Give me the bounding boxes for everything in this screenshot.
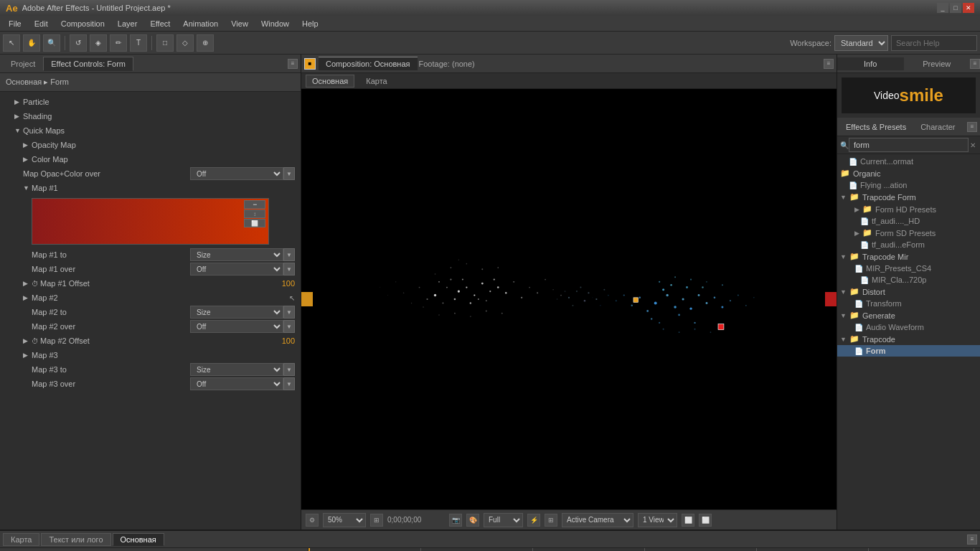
quick-maps-section[interactable]: ▼ Quick Maps bbox=[0, 123, 301, 138]
panel-menu-button[interactable]: ≡ bbox=[288, 59, 298, 69]
comp-settings-icon[interactable]: ⚙ bbox=[306, 514, 319, 527]
map-opac-arrow[interactable]: ▼ bbox=[283, 167, 295, 180]
map-opac-select[interactable]: Off bbox=[190, 167, 283, 180]
map3-to-row[interactable]: Map #3 to Size ▼ bbox=[0, 362, 301, 377]
ep-tf-audi-hd[interactable]: 📄 tf_audi...._HD bbox=[837, 215, 980, 227]
tl-tab-main[interactable]: Основная bbox=[113, 533, 164, 546]
minimize-button[interactable]: _ bbox=[937, 3, 948, 13]
map3-over-select[interactable]: Off bbox=[190, 377, 283, 390]
map1-to-arrow[interactable]: ▼ bbox=[283, 248, 295, 261]
grid-icon[interactable]: ⊞ bbox=[545, 514, 557, 527]
ep-distort-folder[interactable]: ▼ 📁 Distort bbox=[837, 286, 980, 298]
ep-mir-cs4[interactable]: 📄 MIR_Presets_CS4 bbox=[837, 263, 980, 274]
window-controls[interactable]: _ □ ✕ bbox=[937, 3, 974, 13]
brush-tool[interactable]: ◈ bbox=[90, 34, 107, 52]
opacity-map-row[interactable]: ▶ Opacity Map bbox=[0, 138, 301, 152]
menu-edit[interactable]: Edit bbox=[29, 18, 54, 29]
map3-to-arrow[interactable]: ▼ bbox=[283, 363, 295, 376]
map2-section[interactable]: ▶ Map #2 ↖ bbox=[0, 291, 301, 305]
comp-view-main[interactable]: Основная bbox=[306, 75, 354, 88]
comp-fit-icon[interactable]: ⊞ bbox=[370, 514, 383, 527]
shape-tool[interactable]: □ bbox=[156, 34, 174, 52]
tab-preview[interactable]: Preview bbox=[904, 57, 971, 70]
ep-flying-ation[interactable]: 📄 Flying ...ation bbox=[837, 179, 980, 191]
ep-character-tab[interactable]: Character bbox=[915, 121, 961, 133]
snapshot-icon[interactable]: 📷 bbox=[449, 514, 462, 527]
close-button[interactable]: ✕ bbox=[963, 3, 974, 13]
ep-effects-tab[interactable]: Effects & Presets bbox=[840, 121, 912, 133]
comp-panel-menu[interactable]: ≡ bbox=[824, 59, 834, 69]
shading-section[interactable]: ▶ Shading bbox=[0, 109, 301, 123]
map2-to-arrow[interactable]: ▼ bbox=[283, 306, 295, 319]
camera-select[interactable]: Active Camera bbox=[562, 513, 633, 527]
map1-over-arrow[interactable]: ▼ bbox=[283, 263, 295, 276]
tab-project[interactable]: Project bbox=[3, 57, 43, 71]
resolution-select[interactable]: Full bbox=[484, 513, 523, 527]
map1-over-row[interactable]: Map #1 over Off ▼ bbox=[0, 262, 301, 276]
menu-window[interactable]: Window bbox=[255, 18, 295, 29]
ep-mir-cla[interactable]: 📄 MIR_Cla...720p bbox=[837, 274, 980, 286]
tab-info[interactable]: Info bbox=[837, 57, 904, 70]
select-tool[interactable]: ↖ bbox=[3, 34, 20, 52]
map1-section[interactable]: ▼ Map #1 bbox=[0, 181, 301, 195]
ep-search-input[interactable] bbox=[849, 138, 969, 152]
map3-section[interactable]: ▶ Map #3 bbox=[0, 348, 301, 362]
ep-generate-folder[interactable]: ▼ 📁 Generate bbox=[837, 309, 980, 321]
rotate-tool[interactable]: ↺ bbox=[70, 34, 87, 52]
particle-section[interactable]: ▶ Particle bbox=[0, 95, 301, 109]
clone-tool[interactable]: ⊕ bbox=[197, 34, 214, 52]
zoom-select[interactable]: 50% bbox=[323, 513, 366, 527]
view-select[interactable]: 1 View bbox=[638, 513, 677, 527]
ep-tf-audi-eform[interactable]: 📄 tf_audi...eForm bbox=[837, 239, 980, 250]
ep-trapcode-form-folder[interactable]: ▼ 📁 Trapcode Form bbox=[837, 191, 980, 203]
search-input[interactable] bbox=[891, 35, 977, 51]
color-map-row[interactable]: ▶ Color Map bbox=[0, 152, 301, 166]
comp-region-icon[interactable]: ⬜ bbox=[699, 514, 712, 527]
menu-animation[interactable]: Animation bbox=[177, 18, 224, 29]
hand-tool[interactable]: ✋ bbox=[23, 34, 40, 52]
map2-to-row[interactable]: Map #2 to Size ▼ bbox=[0, 305, 301, 319]
tl-tab-text[interactable]: Текст или лого bbox=[41, 533, 110, 546]
ep-menu-btn[interactable]: ≡ bbox=[967, 122, 977, 132]
comp-flow-icon[interactable]: ⬜ bbox=[682, 514, 694, 527]
ep-transform[interactable]: 📄 Transform bbox=[837, 298, 980, 309]
playhead[interactable] bbox=[308, 548, 310, 551]
tl-ruler[interactable]: 01s 02s 03s 04s 05s 06s bbox=[308, 548, 980, 551]
map3-over-row[interactable]: Map #3 over Off ▼ bbox=[0, 377, 301, 391]
map1-offset-row[interactable]: ▶ ⏱ Map #1 Offset 100 bbox=[0, 276, 301, 291]
ep-trapcode-mir-folder[interactable]: ▼ 📁 Trapcode Mir bbox=[837, 250, 980, 263]
menu-effect[interactable]: Effect bbox=[144, 18, 176, 29]
map-opac-color-row[interactable]: Map Opac+Color over Off ▼ bbox=[0, 166, 301, 181]
comp-view-karta[interactable]: Карта bbox=[360, 75, 392, 87]
comp-tab-main[interactable]: Composition: Основная bbox=[319, 57, 418, 70]
map2-over-row[interactable]: Map #2 over Off ▼ bbox=[0, 319, 301, 334]
map1-over-select[interactable]: Off bbox=[190, 263, 283, 276]
ep-form-hd-folder[interactable]: ▶ 📁 Form HD Presets bbox=[837, 203, 980, 215]
map1-to-row[interactable]: Map #1 to Size ▼ bbox=[0, 248, 301, 262]
map2-over-arrow[interactable]: ▼ bbox=[283, 320, 295, 333]
map3-to-select[interactable]: Size bbox=[190, 363, 283, 376]
menu-layer[interactable]: Layer bbox=[112, 18, 143, 29]
rp-menu-btn[interactable]: ≡ bbox=[970, 59, 980, 69]
ep-trapcode-folder[interactable]: ▼ 📁 Trapcode bbox=[837, 333, 980, 345]
map1-ctrl-3[interactable]: ⬜ bbox=[244, 219, 265, 227]
workspace-select[interactable]: Standard bbox=[834, 35, 888, 51]
map2-over-select[interactable]: Off bbox=[190, 320, 283, 333]
tl-menu-btn[interactable]: ≡ bbox=[967, 534, 977, 545]
map3-over-arrow[interactable]: ▼ bbox=[283, 377, 295, 390]
menu-composition[interactable]: Composition bbox=[55, 18, 110, 29]
map2-offset-row[interactable]: ▶ ⏱ Map #2 Offset 100 bbox=[0, 334, 301, 348]
ep-organic-folder[interactable]: 📁 Organic bbox=[837, 167, 980, 179]
zoom-tool[interactable]: 🔍 bbox=[43, 34, 60, 52]
menu-view[interactable]: View bbox=[225, 18, 254, 29]
menu-file[interactable]: File bbox=[3, 18, 27, 29]
tab-effect-controls[interactable]: Effect Controls: Form bbox=[43, 57, 133, 71]
text-tool[interactable]: T bbox=[130, 34, 147, 52]
paint-tool[interactable]: ◇ bbox=[176, 34, 194, 52]
map1-ctrl-1[interactable]: ━ bbox=[244, 200, 265, 209]
maximize-button[interactable]: □ bbox=[950, 3, 961, 13]
ep-audio-waveform[interactable]: 📄 Audio Waveform bbox=[837, 321, 980, 333]
ep-form-item[interactable]: 📄 Form bbox=[837, 345, 980, 357]
map1-ctrl-2[interactable]: ↕ bbox=[244, 209, 265, 218]
ep-form-sd-folder[interactable]: ▶ 📁 Form SD Presets bbox=[837, 227, 980, 239]
